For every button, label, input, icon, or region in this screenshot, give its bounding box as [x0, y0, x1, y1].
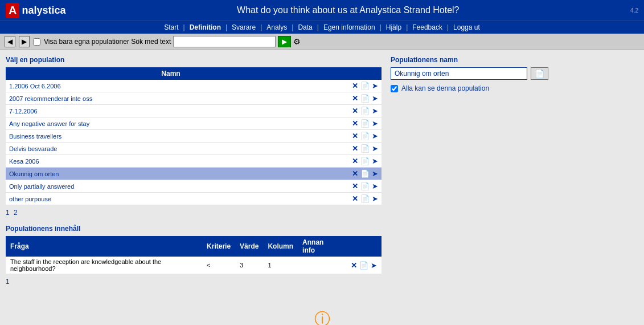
- nav-data[interactable]: Data: [293, 23, 317, 31]
- table-row[interactable]: Kesa 2006 ✕ 📄 ➤: [6, 155, 382, 168]
- delete-icon[interactable]: ✕: [352, 94, 358, 103]
- delete-icon[interactable]: ✕: [352, 169, 358, 178]
- table-row[interactable]: 1.2006 Oct 6.2006 ✕ 📄 ➤: [6, 80, 382, 92]
- main-content: Välj en population Namn 1.2006 Oct 6.200…: [0, 50, 644, 291]
- pop-row-icons: ✕ 📄 ➤: [336, 130, 382, 143]
- go-icon[interactable]: ➤: [372, 107, 378, 115]
- delete-icon[interactable]: ✕: [352, 157, 358, 165]
- back-button[interactable]: ◀: [5, 36, 15, 47]
- toolbar: ◀ ▶ Visa bara egna populationer Sök med …: [0, 34, 644, 50]
- col-fraga: Fråga: [6, 236, 202, 257]
- filter-checkbox[interactable]: [33, 38, 40, 46]
- version: 4.2: [630, 7, 638, 14]
- page-title: What do you think about us at Analystica…: [66, 5, 631, 15]
- info-icon: ⓘ: [6, 308, 638, 325]
- nav-analys[interactable]: Analys: [262, 23, 292, 31]
- table-row[interactable]: Delvis besvarade ✕ 📄 ➤: [6, 143, 382, 155]
- search-go-button[interactable]: ▶: [278, 36, 291, 47]
- content-row: The staff in the reception are knowledge…: [6, 257, 382, 274]
- search-label: Visa bara egna populationer Sök med text: [44, 38, 171, 46]
- delete-icon[interactable]: ✕: [352, 119, 358, 128]
- go-icon[interactable]: ➤: [372, 119, 378, 128]
- nav-logga-ut[interactable]: Logga ut: [449, 23, 485, 31]
- go-icon[interactable]: ➤: [372, 132, 378, 140]
- table-row[interactable]: Business travellers ✕ 📄 ➤: [6, 130, 382, 143]
- population-innehall-label: Populationens innehåll: [6, 225, 382, 233]
- content-table: Fråga Kriterie Värde Kolumn Annan info T…: [6, 236, 382, 274]
- pop-row-name[interactable]: Delvis besvarade: [6, 143, 336, 155]
- go-icon[interactable]: ➤: [372, 94, 378, 103]
- copy-icon[interactable]: 📄: [360, 182, 370, 190]
- pop-row-name[interactable]: Any negative answer for stay: [6, 117, 336, 130]
- pop-row-name[interactable]: 7-12.2006: [6, 105, 336, 117]
- pop-row-icons: ✕ 📄 ➤: [336, 168, 382, 180]
- table-row[interactable]: Any negative answer for stay ✕ 📄 ➤: [6, 117, 382, 130]
- go-icon[interactable]: ➤: [372, 82, 378, 90]
- content-fraga: The staff in the reception are knowledge…: [6, 257, 202, 274]
- pop-name-save-button[interactable]: 📄: [531, 67, 548, 80]
- table-row[interactable]: Only partially answered ✕ 📄 ➤: [6, 180, 382, 193]
- nav-eigen[interactable]: Egen information: [319, 23, 380, 31]
- copy-icon[interactable]: 📄: [360, 107, 370, 115]
- delete-icon[interactable]: ✕: [352, 82, 358, 90]
- pop-name-section-label: Populationens namn: [391, 56, 596, 64]
- delete-icon[interactable]: ✕: [352, 144, 358, 153]
- table-row[interactable]: Okunnig om orten ✕ 📄 ➤: [6, 168, 382, 180]
- nav-definition[interactable]: Definition: [185, 23, 225, 31]
- content-icons: ✕ 📄 ➤: [342, 257, 382, 274]
- copy-icon[interactable]: 📄: [360, 94, 370, 103]
- pop-row-name[interactable]: Kesa 2006: [6, 155, 336, 168]
- delete-icon[interactable]: ✕: [352, 107, 358, 115]
- col-kolumn: Kolumn: [263, 236, 298, 257]
- go-icon[interactable]: ➤: [372, 144, 378, 153]
- copy-icon[interactable]: 📄: [360, 194, 370, 203]
- left-panel: Välj en population Namn 1.2006 Oct 6.200…: [6, 56, 382, 286]
- go-icon[interactable]: ➤: [372, 169, 378, 178]
- content-pagination: 1: [6, 278, 382, 286]
- delete-icon[interactable]: ✕: [352, 132, 358, 140]
- search-input[interactable]: [173, 36, 276, 47]
- nav-feedback[interactable]: Feedback: [408, 23, 447, 31]
- population-list-label: Välj en population: [6, 56, 382, 64]
- pop-row-icons: ✕ 📄 ➤: [336, 143, 382, 155]
- go-icon[interactable]: ➤: [372, 182, 378, 190]
- nav-svarare[interactable]: Svarare: [227, 23, 260, 31]
- page-1[interactable]: 1: [6, 209, 10, 217]
- go-icon[interactable]: ➤: [372, 157, 378, 165]
- table-row[interactable]: 2007 rekommenderar inte oss ✕ 📄 ➤: [6, 92, 382, 105]
- copy-icon[interactable]: 📄: [360, 144, 370, 153]
- table-row[interactable]: 7-12.2006 ✕ 📄 ➤: [6, 105, 382, 117]
- pop-row-name[interactable]: 1.2006 Oct 6.2006: [6, 80, 336, 92]
- copy-icon[interactable]: 📄: [360, 157, 370, 165]
- page-2[interactable]: 2: [14, 209, 18, 217]
- content-kriterie: <: [202, 257, 235, 274]
- right-panel: Populationens namn 📄 Alla kan se denna p…: [391, 56, 596, 286]
- nav-bar: Start | Definition | Svarare | Analys | …: [0, 21, 644, 34]
- pop-row-name[interactable]: other purpouse: [6, 193, 336, 205]
- public-checkbox[interactable]: [391, 85, 398, 92]
- nav-start[interactable]: Start: [159, 23, 183, 31]
- pop-row-name[interactable]: Only partially answered: [6, 180, 336, 193]
- delete-icon[interactable]: ✕: [352, 194, 358, 203]
- pop-row-name[interactable]: 2007 rekommenderar inte oss: [6, 92, 336, 105]
- go-icon[interactable]: ➤: [371, 261, 377, 270]
- copy-icon[interactable]: 📄: [359, 261, 368, 270]
- wrench-icon[interactable]: ⚙: [293, 37, 301, 46]
- copy-icon[interactable]: 📄: [360, 169, 370, 178]
- table-row[interactable]: other purpouse ✕ 📄 ➤: [6, 193, 382, 205]
- delete-icon[interactable]: ✕: [351, 261, 357, 270]
- pop-row-name[interactable]: Business travellers: [6, 130, 336, 143]
- go-icon[interactable]: ➤: [372, 194, 378, 203]
- copy-icon[interactable]: 📄: [360, 119, 370, 128]
- pop-row-name[interactable]: Okunnig om orten: [6, 168, 336, 180]
- nav-hjalp[interactable]: Hjälp: [382, 23, 406, 31]
- col-kriterie: Kriterie: [202, 236, 235, 257]
- content-kolumn: 1: [263, 257, 298, 274]
- forward-button[interactable]: ▶: [19, 36, 30, 47]
- pop-name-input[interactable]: [391, 67, 527, 80]
- content-page-1[interactable]: 1: [6, 278, 10, 286]
- copy-icon[interactable]: 📄: [360, 82, 370, 90]
- pop-row-icons: ✕ 📄 ➤: [336, 92, 382, 105]
- copy-icon[interactable]: 📄: [360, 132, 370, 140]
- delete-icon[interactable]: ✕: [352, 182, 358, 190]
